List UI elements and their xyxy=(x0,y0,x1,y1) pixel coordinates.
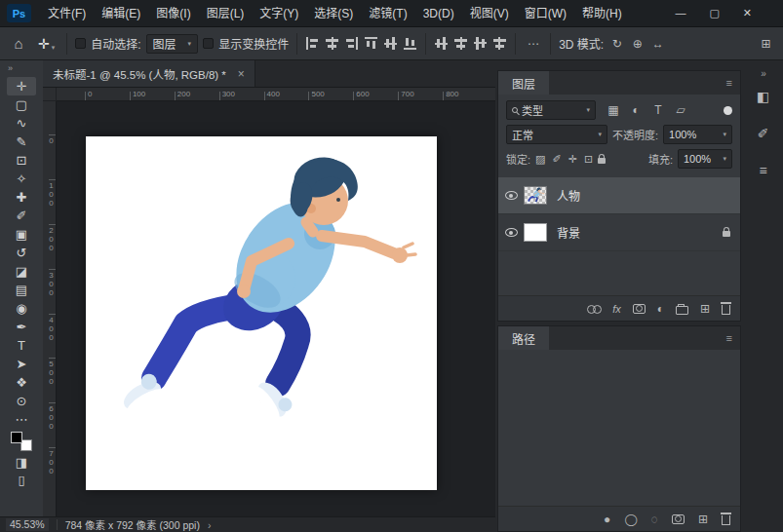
brush-settings-panel-icon[interactable]: ✐ xyxy=(757,126,769,141)
fill-path-icon[interactable]: ● xyxy=(604,513,610,526)
auto-select-dropdown[interactable]: 图层 ▾ xyxy=(146,34,199,54)
quick-mask-icon[interactable]: ◨ xyxy=(7,453,36,471)
align-bottom-icon[interactable] xyxy=(403,36,417,51)
path-mask-icon[interactable] xyxy=(672,514,685,524)
foreground-color-swatch[interactable] xyxy=(11,432,22,443)
opacity-dropdown[interactable]: 100% ▾ xyxy=(663,125,732,144)
document-tab[interactable]: 未标题-1 @ 45.5% (人物, RGB/8) * × xyxy=(43,60,255,87)
status-options-chevron[interactable]: › xyxy=(208,519,212,531)
vertical-ruler[interactable]: 0100200300400500600700 xyxy=(43,101,57,516)
menu-filter[interactable]: 滤镜(T) xyxy=(361,0,414,27)
menu-help[interactable]: 帮助(H) xyxy=(574,0,630,27)
align-center-horizontal-icon[interactable] xyxy=(325,36,339,51)
tab-layers[interactable]: 图层 xyxy=(498,71,549,95)
minimize-button[interactable]: — xyxy=(675,7,685,19)
screen-mode-icon[interactable]: ▯ xyxy=(7,471,36,488)
close-tab-icon[interactable]: × xyxy=(238,67,245,81)
blend-mode-dropdown[interactable]: 正常 ▾ xyxy=(506,125,607,144)
collapse-panels-icon[interactable]: » xyxy=(761,68,765,79)
properties-panel-icon[interactable]: ≡ xyxy=(757,163,769,178)
more-options-icon[interactable]: ⋯ xyxy=(524,34,542,53)
quick-selection-tool[interactable]: ✎ xyxy=(7,133,36,151)
distribute-horizontal-icon[interactable] xyxy=(453,36,468,51)
type-tool[interactable]: T xyxy=(7,336,36,355)
stroke-path-icon[interactable]: ◯ xyxy=(624,513,637,526)
blur-tool[interactable]: ◉ xyxy=(7,299,36,318)
spot-healing-tool[interactable]: ✚ xyxy=(7,188,36,207)
eyedropper-tool[interactable]: ✧ xyxy=(7,170,36,188)
path-selection-tool[interactable]: ➤ xyxy=(7,355,36,373)
auto-select-checkbox[interactable] xyxy=(75,38,86,49)
layer-style-icon[interactable]: fx xyxy=(612,303,621,315)
filter-adjustment-icon[interactable]: ◐ xyxy=(629,103,643,117)
menu-type[interactable]: 文字(Y) xyxy=(252,0,306,27)
delete-layer-icon[interactable] xyxy=(722,305,730,315)
pen-tool[interactable]: ✒ xyxy=(7,318,36,336)
layer-name[interactable]: 背景 xyxy=(557,224,580,241)
fill-dropdown[interactable]: 100% ▾ xyxy=(678,149,732,169)
zoom-tool[interactable]: ⊙ xyxy=(7,392,36,410)
3d-rotate-icon[interactable]: ↻ xyxy=(608,37,625,51)
color-swatches[interactable] xyxy=(11,432,32,451)
layer-row-background[interactable]: 背景 xyxy=(498,214,740,251)
home-icon[interactable]: ⌂ xyxy=(8,35,29,52)
visibility-toggle[interactable] xyxy=(498,191,524,200)
clone-stamp-tool[interactable]: ▣ xyxy=(7,225,36,244)
layer-filter-dropdown[interactable]: 类型 ▾ xyxy=(506,100,596,120)
move-tool[interactable]: ✛ xyxy=(7,77,36,95)
new-layer-icon[interactable]: ⊞ xyxy=(700,302,710,316)
new-group-icon[interactable] xyxy=(676,306,688,315)
panel-menu-icon[interactable]: ≡ xyxy=(726,332,740,344)
distribute-vertical-icon[interactable] xyxy=(434,36,449,51)
menu-image[interactable]: 图像(I) xyxy=(148,0,198,27)
zoom-level-field[interactable]: 45.53% xyxy=(6,518,49,531)
crop-tool[interactable]: ⊡ xyxy=(7,151,36,170)
panel-menu-icon[interactable]: ≡ xyxy=(726,77,740,89)
toolbar-more-icon[interactable]: ⋯ xyxy=(7,410,36,428)
close-button[interactable]: ✕ xyxy=(743,7,752,19)
lock-paint-icon[interactable]: ✐ xyxy=(552,153,561,166)
filter-shape-icon[interactable]: ▱ xyxy=(674,103,687,117)
eraser-tool[interactable]: ◪ xyxy=(7,262,36,281)
link-layers-icon[interactable] xyxy=(587,305,601,313)
3d-scale-icon[interactable]: ↔ xyxy=(649,37,666,51)
visibility-toggle[interactable] xyxy=(498,228,524,237)
lock-move-icon[interactable]: ✛ xyxy=(568,153,577,166)
lock-artboard-icon[interactable]: ⊡ xyxy=(584,153,593,166)
load-selection-icon[interactable]: ◌ xyxy=(651,513,658,526)
tab-paths[interactable]: 路径 xyxy=(498,326,549,350)
filter-pixel-icon[interactable]: ▦ xyxy=(607,103,620,117)
distribute-top-icon[interactable] xyxy=(473,36,488,51)
add-mask-icon[interactable] xyxy=(633,304,646,314)
menu-file[interactable]: 文件(F) xyxy=(40,0,94,27)
lock-transparent-icon[interactable]: ▨ xyxy=(535,153,545,166)
hand-tool[interactable]: ❖ xyxy=(7,373,36,392)
delete-path-icon[interactable] xyxy=(722,515,730,525)
artboard[interactable] xyxy=(86,136,437,490)
current-tool-preset[interactable]: ✛ ▾ xyxy=(34,34,59,54)
brush-tool[interactable]: ✐ xyxy=(7,207,36,225)
align-left-icon[interactable] xyxy=(305,36,320,51)
workspace-switcher-icon[interactable]: ⊞ xyxy=(757,34,775,53)
ruler-origin[interactable] xyxy=(43,88,57,101)
layer-thumbnail[interactable] xyxy=(524,223,547,242)
lasso-tool[interactable]: ∿ xyxy=(7,114,36,133)
menu-window[interactable]: 窗口(W) xyxy=(517,0,574,27)
new-path-icon[interactable]: ⊞ xyxy=(698,513,708,526)
adjustment-layer-icon[interactable]: ◐ xyxy=(657,302,664,316)
align-top-icon[interactable] xyxy=(364,36,378,51)
align-right-icon[interactable] xyxy=(344,36,359,51)
layer-row-character[interactable]: 人物 xyxy=(498,177,740,214)
history-brush-tool[interactable]: ↺ xyxy=(7,244,36,262)
libraries-panel-icon[interactable]: ◧ xyxy=(757,89,769,104)
horizontal-ruler[interactable]: 0100200300400500600700800 xyxy=(57,88,495,101)
maximize-button[interactable]: ▢ xyxy=(709,7,719,19)
align-center-vertical-icon[interactable] xyxy=(383,36,398,51)
menu-select[interactable]: 选择(S) xyxy=(306,0,361,27)
layer-name[interactable]: 人物 xyxy=(557,187,580,204)
menu-layer[interactable]: 图层(L) xyxy=(199,0,253,27)
menu-edit[interactable]: 编辑(E) xyxy=(94,0,148,27)
show-transform-checkbox[interactable] xyxy=(203,38,214,49)
filter-toggle[interactable] xyxy=(724,106,732,115)
distribute-bottom-icon[interactable] xyxy=(492,36,507,51)
